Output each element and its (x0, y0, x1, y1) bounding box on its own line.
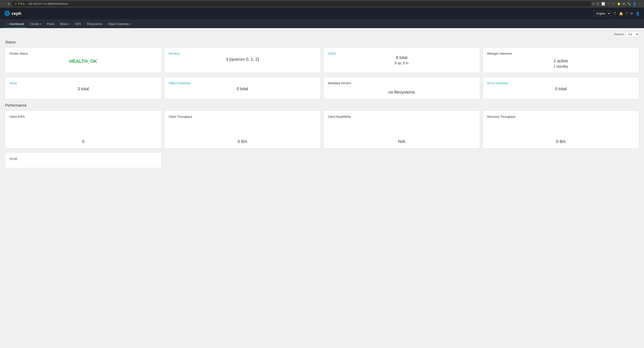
client-iops-value: 0 (10, 131, 157, 144)
nav-item-block[interactable]: Block ▾ (57, 20, 72, 28)
osds-values: 8 total 8 up, 8 in (328, 55, 476, 65)
refresh-bar: Refresh 1 s 2 s 5 s 10 s 30 s 60 s (5, 32, 639, 37)
recovery-throughput-value: 0 B/s (487, 131, 635, 144)
manager-daemons-card: Manager Daemons 1 active 1 standby (483, 47, 639, 73)
nav-cluster-label: Cluster (30, 22, 39, 26)
hosts-value: 3 total (10, 85, 157, 91)
manager-daemons-values: 1 active 1 standby (487, 59, 635, 68)
nav-item-object-gateway[interactable]: Object Gateway ▾ (105, 20, 134, 28)
extensions-icon[interactable]: ⊞ (622, 2, 625, 6)
logo-text: ceph (12, 11, 22, 16)
reader-icon[interactable]: 文 (596, 2, 599, 6)
osds-card: OSDs 8 total 8 up, 8 in (324, 47, 480, 73)
nav-item-cluster[interactable]: Cluster ▾ (27, 20, 44, 28)
iscsi-gateways-value: 0 total (487, 85, 635, 91)
client-iops-card: Client IOPS 0 (5, 111, 162, 148)
logo: 🌐 ceph (4, 11, 22, 16)
client-readwrite-value: N/A (328, 131, 476, 144)
client-readwrite-card: Client Read/Write N/A (324, 111, 480, 148)
metadata-servers-title: Metadata Servers (328, 81, 476, 85)
settings-icon[interactable]: 🔧 (627, 2, 631, 6)
nav-item-dashboard[interactable]: ⬡ Dashboard (3, 20, 27, 28)
object-gateways-card: Object Gateways 0 total (164, 77, 321, 99)
address-bar[interactable]: ⚠ 不安全 | 192.168.247.131:8000/#/dashboard (12, 1, 591, 7)
hosts-card: Hosts 3 total (5, 77, 162, 99)
client-readwrite-title: Client Read/Write (328, 115, 476, 118)
osds-total-value: 8 total (328, 55, 476, 60)
nav-item-filesystems[interactable]: Filesystems (84, 20, 105, 28)
favorites-icon[interactable]: ☆ (607, 2, 610, 6)
status-cards-row2: Hosts 3 total Object Gateways 0 total Me… (5, 77, 639, 99)
scrub-card: Scrub (5, 152, 162, 168)
object-gateways-value: 0 total (169, 85, 316, 91)
performance-section-title: Performance (5, 103, 639, 108)
nav-item-nfs[interactable]: NFS (72, 20, 84, 28)
split-view-icon[interactable]: ⬜ (602, 2, 605, 6)
osds-sub-value: 8 up, 8 in (328, 61, 476, 65)
browser-toolbar-icons: A 文 ⬜ ☆ 🛡 ⭐ ⊞ 🔧 👤 ⋯ (592, 2, 642, 6)
profile-icon[interactable]: 👤 (633, 2, 636, 6)
performance-cards: Client IOPS 0 Client Throughput 0 B/s Cl… (5, 111, 639, 148)
language-selector[interactable]: English (594, 11, 611, 16)
nav-object-gateway-label: Object Gateway (108, 22, 129, 26)
cluster-status-value: HEALTH_OK (10, 59, 157, 64)
iscsi-gateways-link[interactable]: iSCSI Gateways (487, 81, 508, 85)
timer-icon[interactable]: ⏱ (613, 12, 616, 15)
back-button[interactable]: ← (2, 2, 6, 6)
recovery-throughput-card: Recovery Throughput 0 B/s (483, 111, 639, 148)
status-cards-row1: Cluster Status HEALTH_OK Monitors 3 (quo… (5, 47, 639, 73)
translate-icon[interactable]: A (592, 2, 594, 6)
security-warning: ⚠ 不安全 (14, 2, 25, 6)
browser-nav-controls[interactable]: ← ↻ (2, 2, 10, 6)
nav-item-pools[interactable]: Pools (44, 20, 57, 28)
status-section-title: Status (5, 40, 639, 45)
nav-bar: ⬡ Dashboard Cluster ▾ Pools Block ▾ NFS … (0, 19, 644, 28)
metadata-servers-card: Metadata Servers no filesystems (324, 77, 480, 99)
nav-block-label: Block (60, 22, 67, 26)
help-icon[interactable]: ? (626, 12, 628, 15)
user-icon[interactable]: 👤 (636, 12, 640, 16)
chevron-down-icon: ▾ (40, 23, 41, 25)
monitors-card: Monitors 3 (quorum 0, 1, 2) (164, 47, 321, 73)
refresh-label: Refresh (614, 33, 624, 36)
client-throughput-value: 0 B/s (169, 131, 316, 144)
manager-active-value: 1 active (487, 59, 635, 63)
cluster-status-title: Cluster Status (10, 52, 157, 55)
notification-bell-icon[interactable]: 🔔 (619, 12, 623, 16)
app-header: 🌐 ceph English ⏱ 🔔 ? ⚙ 👤 (0, 8, 644, 19)
gear-icon[interactable]: ⚙ (630, 12, 633, 16)
nav-pools-label: Pools (47, 22, 54, 26)
nav-dashboard-label: Dashboard (10, 22, 24, 26)
monitors-link[interactable]: Monitors (169, 52, 180, 55)
client-throughput-title: Client Throughput (169, 115, 316, 118)
hosts-link[interactable]: Hosts (10, 81, 17, 85)
cluster-status-card: Cluster Status HEALTH_OK (5, 47, 162, 73)
menu-icon[interactable]: ⋯ (638, 2, 642, 6)
header-right: English ⏱ 🔔 ? ⚙ 👤 (594, 11, 640, 16)
nav-filesystems-label: Filesystems (87, 22, 102, 26)
monitors-value: 3 (quorum 0, 1, 2) (169, 55, 316, 62)
manager-standby-value: 1 standby (487, 65, 635, 68)
collections-icon[interactable]: ⭐ (617, 2, 620, 6)
main-content: Refresh 1 s 2 s 5 s 10 s 30 s 60 s Statu… (0, 28, 644, 171)
object-gateways-link[interactable]: Object Gateways (169, 81, 191, 85)
browser-chrome: ← ↻ ⚠ 不安全 | 192.168.247.131:8000/#/dashb… (0, 0, 644, 8)
nav-dashboard-icon: ⬡ (6, 22, 9, 26)
recovery-throughput-title: Recovery Throughput (487, 115, 635, 118)
reload-button[interactable]: ↻ (8, 2, 10, 6)
metadata-servers-value: no filesystems (328, 88, 476, 95)
client-iops-title: Client IOPS (10, 115, 157, 118)
osds-link[interactable]: OSDs (328, 52, 336, 55)
chevron-down-icon-gateway: ▾ (130, 23, 131, 25)
nav-nfs-label: NFS (75, 22, 81, 26)
chevron-down-icon-block: ▾ (68, 23, 69, 25)
shield-icon[interactable]: 🛡 (612, 2, 615, 6)
iscsi-gateways-card: iSCSI Gateways 0 total (483, 77, 639, 99)
url-text: 192.168.247.131:8000/#/dashboard (28, 2, 68, 5)
ceph-logo-icon: 🌐 (4, 11, 10, 16)
refresh-selector[interactable]: 1 s 2 s 5 s 10 s 30 s 60 s (626, 32, 639, 37)
client-throughput-card: Client Throughput 0 B/s (164, 111, 321, 148)
manager-daemons-title: Manager Daemons (487, 52, 635, 55)
scrub-title: Scrub (10, 157, 157, 160)
